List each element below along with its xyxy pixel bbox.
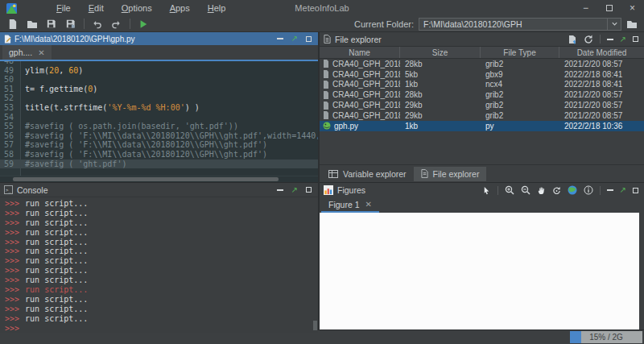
file-icon: [323, 81, 329, 89]
console-line: >>>run script...: [5, 256, 318, 266]
code-line[interactable]: 52: [0, 93, 318, 103]
file-type-cell: grib2: [481, 60, 559, 68]
rotate-icon[interactable]: [552, 186, 561, 195]
code-line[interactable]: 58#savefig ( 'F:\\MI\\data\\20180120\\GP…: [0, 150, 318, 160]
console-line: >>>run script...: [5, 314, 318, 324]
zoom-out-icon[interactable]: [521, 185, 530, 195]
import-file-icon[interactable]: [568, 35, 577, 44]
console-text: run script...: [25, 266, 88, 275]
console-line: >>>run script...: [5, 247, 318, 256]
tab-gph-py[interactable]: gph.... ✕: [2, 45, 52, 60]
menu-file[interactable]: File: [47, 3, 80, 13]
code-line[interactable]: 50: [0, 75, 318, 85]
column-header-filetype[interactable]: File Type: [481, 47, 559, 58]
current-folder-combobox[interactable]: F:\MI\data\20180120\GPH: [419, 18, 621, 31]
file-size-cell: 28kb: [400, 90, 481, 99]
file-type-cell: grib2: [481, 90, 559, 99]
table-row[interactable]: CRA40_GPH_2018012...29kbgrib22021/2/20 0…: [320, 100, 644, 110]
file-explorer-maximize-icon[interactable]: [633, 36, 638, 42]
code-line[interactable]: 55#savefig ( os.path.join(basedir, 'ght.…: [0, 122, 318, 131]
file-name-cell: gph.py: [320, 122, 400, 131]
browse-folder-icon[interactable]: [626, 19, 638, 30]
undo-icon[interactable]: [89, 18, 105, 31]
open-folder-icon[interactable]: [24, 18, 39, 31]
file-explorer-float-icon[interactable]: ↗: [620, 35, 626, 44]
select-cursor-icon[interactable]: [482, 186, 491, 195]
figures-maximize-icon[interactable]: [633, 188, 638, 193]
figure-canvas[interactable]: [320, 213, 639, 329]
redo-icon[interactable]: [109, 18, 124, 31]
save-as-icon[interactable]: [63, 18, 78, 31]
table-row[interactable]: CRA40_GPH_2018012...28kbgrib22021/2/20 0…: [320, 59, 644, 69]
python-file-icon: [323, 122, 331, 130]
menu-apps[interactable]: Apps: [161, 3, 199, 13]
figures-minimize-icon[interactable]: [607, 189, 613, 191]
menu-help[interactable]: Help: [199, 3, 235, 13]
code-editor[interactable]: 4849ylim(20, 60)5051t= f.gettime(0)5253t…: [0, 61, 318, 176]
zoom-in-icon[interactable]: [505, 185, 514, 195]
console-vscroll-thumb[interactable]: [313, 321, 317, 330]
tab-close-icon[interactable]: ✕: [38, 48, 44, 57]
tab-figure-1[interactable]: Figure 1 ✕: [321, 197, 379, 213]
code-line[interactable]: 56#savefig ( 'F:\\MI\\data\\20180120\\GP…: [0, 131, 318, 141]
tab-close-icon[interactable]: ✕: [365, 200, 372, 209]
refresh-icon[interactable]: [584, 35, 593, 44]
file-icon: [323, 91, 329, 99]
column-header-name[interactable]: Name: [320, 47, 400, 58]
chevron-down-icon[interactable]: [607, 19, 621, 30]
editor-float-icon[interactable]: ↗: [291, 35, 298, 43]
editor-panel: F:\MI\data\20180120\GPH\gph.py ↗ gph....…: [0, 32, 318, 182]
tab-file-explorer[interactable]: File explorer: [414, 167, 487, 181]
menu-edit[interactable]: Edit: [80, 3, 113, 13]
code-line[interactable]: 53title(t.strftime('%Y-%m-%d %H:00') ): [0, 103, 318, 113]
console-line: >>>run script...: [5, 266, 318, 276]
globe-icon[interactable]: [568, 185, 577, 195]
code-line[interactable]: 51t= f.gettime(0): [0, 85, 318, 94]
editor-horizontal-scrollbar[interactable]: [0, 176, 318, 182]
code-line[interactable]: 49ylim(20, 60): [0, 66, 318, 76]
line-number: 56: [0, 131, 21, 141]
save-icon[interactable]: [43, 18, 59, 31]
file-size-cell: 1kb: [400, 80, 481, 89]
table-row[interactable]: gph.py1kbpy2022/2/18 10:36: [320, 121, 644, 131]
info-icon[interactable]: [584, 185, 593, 195]
console-maximize-icon[interactable]: [306, 187, 312, 193]
new-file-icon[interactable]: [5, 18, 20, 31]
file-size-cell: 29kb: [400, 101, 481, 110]
window-maximize-button[interactable]: [597, 0, 621, 16]
editor-minimize-icon[interactable]: [277, 38, 283, 39]
main-area: F:\MI\data\20180120\GPH\gph.py ↗ gph....…: [0, 32, 644, 329]
table-row[interactable]: CRA40_GPH_2018012...5kbgbx92022/2/18 08:…: [320, 69, 644, 80]
table-row[interactable]: CRA40_GPH_2018012...28kbgrib22021/2/20 0…: [320, 89, 644, 100]
console-float-icon[interactable]: ↗: [291, 186, 298, 194]
code-text: [21, 113, 25, 122]
run-script-icon[interactable]: [135, 18, 151, 31]
editor-maximize-icon[interactable]: [306, 36, 312, 42]
menu-options[interactable]: Options: [113, 3, 161, 13]
figures-float-icon[interactable]: ↗: [620, 186, 626, 194]
file-size-cell: 29kb: [400, 111, 481, 120]
console-prompt-line[interactable]: >>>: [5, 324, 318, 334]
code-line[interactable]: 59#savefig ( 'ght.pdf'): [0, 160, 318, 169]
file-name-cell: CRA40_GPH_2018012...: [320, 60, 400, 68]
code-line[interactable]: 57#savefig ( 'F:\\MI\\data\\20180120\\GP…: [0, 140, 318, 150]
memory-indicator[interactable]: 15% / 2G: [570, 331, 642, 343]
tab-variable-explorer[interactable]: Variable explorer: [321, 167, 414, 181]
console-text: run script...: [25, 228, 88, 237]
table-row[interactable]: CRA40_GPH_2018012...1kbncx42022/2/18 08:…: [320, 80, 644, 90]
column-header-date[interactable]: Date Modified: [559, 47, 644, 58]
editor-hscroll-thumb[interactable]: [13, 177, 279, 181]
console-prompt: >>>: [5, 295, 19, 304]
file-size-cell: 28kb: [400, 60, 481, 68]
pan-hand-icon[interactable]: [537, 186, 546, 195]
console-output[interactable]: >>>run script...>>>run script...>>>run s…: [0, 197, 318, 333]
file-date-cell: 2021/2/20 08:57: [559, 60, 644, 68]
console-minimize-icon[interactable]: [277, 189, 283, 191]
code-line[interactable]: 54: [0, 113, 318, 122]
table-row[interactable]: CRA40_GPH_2018012...29kbgrib22021/2/20 0…: [320, 110, 644, 121]
window-close-button[interactable]: ×: [621, 0, 644, 16]
column-header-size[interactable]: Size: [400, 47, 481, 58]
window-minimize-button[interactable]: −: [574, 0, 597, 16]
code-text: ylim(20, 60): [21, 66, 83, 76]
file-explorer-minimize-icon[interactable]: [607, 39, 613, 40]
